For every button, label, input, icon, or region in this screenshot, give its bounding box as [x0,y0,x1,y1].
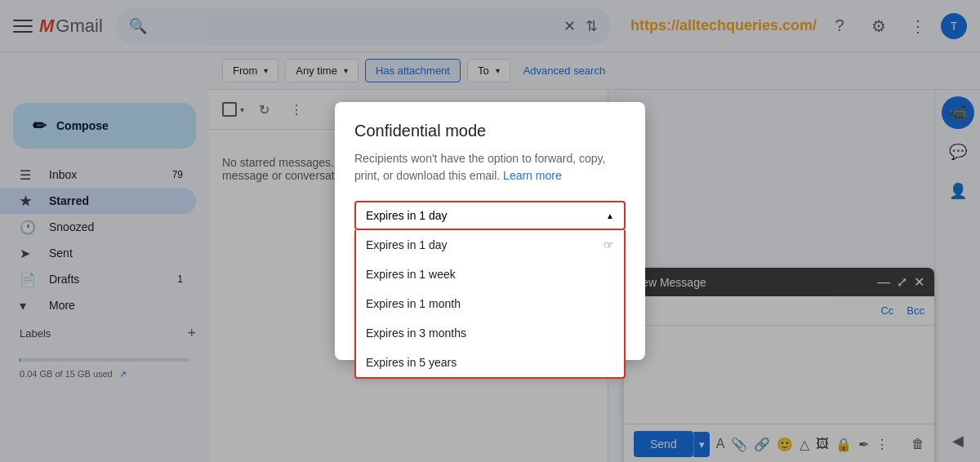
learn-more-link[interactable]: Learn more [503,169,562,182]
option-1month-label: Expires in 1 month [366,297,461,310]
modal-description: Recipients won't have the option to forw… [354,150,626,184]
cursor-pointer-icon: ☞ [604,238,614,251]
confidential-mode-modal: Confidential mode Recipients won't have … [335,102,645,360]
expiry-dropdown-wrapper: Expires in 1 day ▲ Expires in 1 day ☞ Ex… [354,201,626,230]
dropdown-option-1month[interactable]: Expires in 1 month [356,289,624,318]
expiry-dropdown-selected[interactable]: Expires in 1 day ▲ [354,201,626,230]
dropdown-option-3months[interactable]: Expires in 3 months [356,318,624,348]
modal-title: Confidential mode [354,122,626,140]
modal-description-text: Recipients won't have the option to forw… [354,152,605,182]
option-5years-label: Expires in 5 years [366,356,457,369]
dropdown-chevron-icon: ▲ [606,211,614,220]
dropdown-option-1day[interactable]: Expires in 1 day ☞ [356,230,624,260]
option-3months-label: Expires in 3 months [366,327,466,340]
option-1day-label: Expires in 1 day [366,238,448,251]
dropdown-option-1week[interactable]: Expires in 1 week [356,260,624,289]
dropdown-option-5years[interactable]: Expires in 5 years [356,348,624,377]
option-1week-label: Expires in 1 week [366,268,456,281]
selected-expiry-text: Expires in 1 day [366,209,448,222]
expiry-dropdown-menu: Expires in 1 day ☞ Expires in 1 week Exp… [354,230,626,379]
